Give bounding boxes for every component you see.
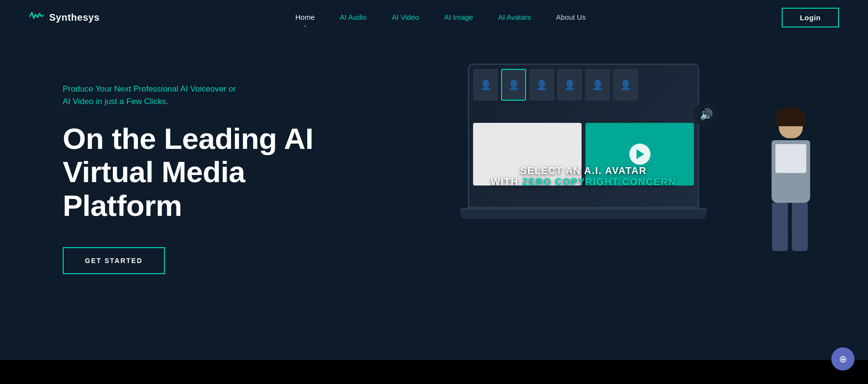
video-preview-area — [473, 123, 694, 203]
avatar-thumb-1 — [473, 69, 498, 101]
avatar-hair — [776, 107, 805, 126]
logo-link[interactable]: Synthesys — [29, 9, 100, 26]
overlay-line1: SELECT AN A.I. AVATAR — [474, 165, 693, 176]
overlay-line2: WITH ZERO COPYRIGHT CONCERN — [474, 176, 693, 187]
help-icon: ⊕ — [839, 353, 847, 365]
hero-subtitle: Produce Your Next Professional AI Voiceo… — [63, 83, 313, 108]
laptop-screen: SELECT AN A.I. AVATAR WITH ZERO COPYRIGH… — [468, 64, 699, 208]
laptop-base — [461, 208, 706, 219]
nav-link-about-us[interactable]: About Us — [556, 13, 586, 21]
overlay-line2-prefix: WITH — [491, 176, 522, 187]
avatar-leg-right — [792, 203, 808, 251]
play-triangle-icon — [637, 149, 644, 159]
nav-link-ai-video[interactable]: AI Video — [392, 13, 419, 21]
logo-icon — [29, 9, 44, 26]
nav-item-ai-image[interactable]: AI Image — [444, 13, 473, 22]
avatar-legs — [772, 203, 810, 251]
get-started-button[interactable]: GET STARTED — [63, 247, 165, 274]
login-button[interactable]: Login — [782, 8, 839, 27]
hero-right: 🔊 — [362, 64, 805, 247]
nav-link-ai-avatars[interactable]: AI Avatars — [498, 13, 531, 21]
avatar-body — [757, 112, 825, 266]
avatar-torso — [772, 140, 810, 203]
nav-link-home[interactable]: Home — [296, 13, 315, 21]
sound-icon: 🔊 — [700, 108, 713, 121]
nav-item-about-us[interactable]: About Us — [556, 13, 586, 22]
avatar-thumb-2 — [501, 69, 526, 101]
play-button[interactable] — [629, 144, 651, 165]
avatar-head — [779, 112, 803, 138]
avatar-thumb-4 — [557, 69, 582, 101]
ai-avatar-figure — [747, 93, 834, 266]
hero-left: Produce Your Next Professional AI Voiceo… — [63, 64, 352, 274]
sound-button[interactable]: 🔊 — [693, 102, 719, 127]
laptop-mockup: SELECT AN A.I. AVATAR WITH ZERO COPYRIGH… — [468, 64, 699, 247]
help-button[interactable]: ⊕ — [831, 347, 854, 371]
avatar-thumb-3 — [529, 69, 554, 101]
bottom-bar — [0, 360, 868, 384]
avatar-thumb-5 — [585, 69, 610, 101]
nav-link-ai-image[interactable]: AI Image — [444, 13, 473, 21]
video-overlay: SELECT AN A.I. AVATAR WITH ZERO COPYRIGH… — [474, 165, 693, 187]
nav-links: Home AI Audio AI Video AI Image AI Avata… — [296, 13, 586, 22]
navbar: Synthesys Home AI Audio AI Video AI Imag… — [0, 0, 868, 35]
nav-link-ai-audio[interactable]: AI Audio — [340, 13, 367, 21]
avatar-thumb-6 — [613, 69, 638, 101]
nav-item-home[interactable]: Home — [296, 13, 315, 22]
nav-item-ai-video[interactable]: AI Video — [392, 13, 419, 22]
overlay-line2-highlight: ZERO COPYRIGHT CONCERN — [522, 176, 676, 187]
hero-title: On the Leading AI Virtual Media Platform — [63, 122, 352, 222]
avatar-grid — [473, 69, 694, 118]
nav-item-ai-avatars[interactable]: AI Avatars — [498, 13, 531, 22]
avatar-leg-left — [772, 203, 788, 251]
hero-section: Produce Your Next Professional AI Voiceo… — [0, 35, 868, 384]
nav-item-ai-audio[interactable]: AI Audio — [340, 13, 367, 22]
brand-name: Synthesys — [49, 12, 100, 23]
